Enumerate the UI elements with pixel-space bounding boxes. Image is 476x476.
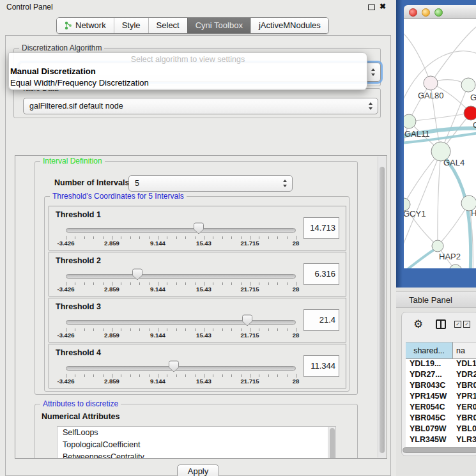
red-node[interactable]: [464, 106, 476, 120]
cell-name[interactable]: YPR1: [453, 392, 476, 403]
checkbox-icon[interactable]: ✓: [454, 321, 461, 328]
scrollbar-thumb[interactable]: [330, 428, 335, 459]
numerical-attributes-label: Numerical Attributes: [42, 412, 119, 421]
cell-shared-name[interactable]: YER054C: [406, 403, 453, 413]
list-scrollbar[interactable]: [328, 427, 335, 459]
slider-thumb[interactable]: [131, 268, 144, 280]
slider-thumb[interactable]: [241, 314, 254, 326]
tick-mark: [167, 282, 167, 285]
close-traffic-light[interactable]: [409, 8, 417, 17]
list-item[interactable]: BetweennessCentrality: [58, 451, 335, 459]
tick-mark: [75, 282, 75, 285]
node-top-right[interactable]: [461, 78, 475, 92]
tick-label: 2.859: [104, 332, 119, 339]
table-row[interactable]: YER054CYER0: [406, 403, 476, 413]
cell-name[interactable]: YDL1: [453, 359, 476, 370]
zoom-traffic-light[interactable]: [434, 8, 443, 17]
GAL11-node[interactable]: [404, 114, 416, 128]
table-row[interactable]: YPR145WYPR1: [406, 392, 476, 403]
table-row[interactable]: YBR043CYBR0: [406, 381, 476, 392]
number-of-intervals-combobox[interactable]: 5: [128, 175, 293, 192]
close-icon[interactable]: ✖: [380, 2, 386, 11]
tick-mark: [185, 282, 186, 285]
threshold-value-field[interactable]: 6.316: [303, 263, 339, 285]
list-item[interactable]: SelfLoops: [58, 427, 335, 439]
menu-item-equal-width-frequency[interactable]: Equal Width/Frequency Discretization: [9, 77, 367, 89]
combo-value: 5: [135, 179, 139, 188]
tick-mark: [222, 374, 223, 377]
slider-track[interactable]: [66, 274, 296, 279]
table-row[interactable]: YBR045CYBR0: [406, 413, 476, 424]
tab-style[interactable]: Style: [114, 18, 148, 33]
network-edge[interactable]: [441, 85, 468, 151]
node-table: shared... na YDL19...YDL1YDR27...YDR2YBR…: [406, 342, 476, 447]
table-hscrollbar[interactable]: [403, 447, 476, 454]
GAL80-node[interactable]: [424, 76, 438, 90]
tab-label: jActiveMNodules: [259, 20, 321, 30]
table-row[interactable]: YLR345WYLR3: [406, 435, 476, 446]
slider-track[interactable]: [66, 228, 296, 233]
threshold-value-field[interactable]: 11.344: [303, 355, 339, 377]
columns-icon[interactable]: [436, 319, 446, 329]
network-edge[interactable]: [409, 113, 471, 121]
cell-shared-name[interactable]: YDL19...: [406, 359, 453, 370]
attributes-list[interactable]: SelfLoopsTopologicalCoefficientBetweenne…: [57, 426, 336, 459]
table-panel: ⚙ ✓ ✓ shared... na YDL19...YDL1YDR27...Y…: [401, 312, 476, 456]
tab-network[interactable]: Network: [57, 18, 114, 33]
column-header-name[interactable]: na: [453, 342, 476, 359]
tick-mark: [121, 374, 121, 377]
cell-shared-name[interactable]: YBR045C: [406, 413, 453, 424]
network-edge[interactable]: [404, 31, 431, 83]
slider-track[interactable]: [66, 320, 296, 325]
tick-mark: [149, 328, 150, 331]
network-window-titlebar[interactable]: [404, 5, 476, 19]
menu-item-manual-discretization[interactable]: Manual Discretization: [9, 66, 367, 77]
table-data-combobox[interactable]: galFiltered.sif default node: [23, 98, 378, 114]
cell-shared-name[interactable]: YDR27...: [406, 370, 453, 381]
cell-name[interactable]: YLR3: [453, 435, 476, 446]
scrollbar-thumb[interactable]: [380, 167, 385, 453]
threshold-value-field[interactable]: 14.713: [303, 217, 339, 239]
tick-mark: [93, 374, 94, 377]
tick-mark: [195, 374, 196, 377]
apply-button[interactable]: Apply: [177, 464, 219, 476]
tick-label: 15.43: [196, 332, 211, 339]
combo-stepper-icon: [371, 68, 376, 76]
slider-track[interactable]: [66, 366, 296, 371]
HAP2-node[interactable]: [432, 240, 443, 252]
cell-name[interactable]: YBR0: [453, 381, 476, 392]
table-panel-title: Table Panel: [409, 295, 452, 305]
threshold-value-field[interactable]: 21.4: [303, 309, 339, 331]
gear-icon[interactable]: ⚙: [413, 318, 423, 331]
network-view[interactable]: GAL80GACGAL11GAL4GCY1HHAP2: [404, 19, 476, 268]
tab-select[interactable]: Select: [148, 18, 187, 33]
cell-shared-name[interactable]: YBR043C: [406, 381, 453, 392]
float-icon[interactable]: [368, 4, 375, 10]
minimize-traffic-light[interactable]: [422, 8, 430, 17]
tick-label: -3.426: [58, 240, 75, 247]
panel-scrollbar[interactable]: [378, 157, 386, 457]
tab-cyni-toolbox[interactable]: Cyni Toolbox: [187, 18, 250, 33]
network-edge[interactable]: [431, 24, 476, 83]
table-row[interactable]: YBL079WYBL0: [406, 424, 476, 435]
table-row[interactable]: YDR27...YDR2: [406, 370, 476, 381]
checkbox-icon[interactable]: ✓: [463, 321, 470, 328]
tick-label: 9.144: [150, 240, 165, 247]
cell-shared-name[interactable]: YLR345W: [406, 435, 453, 446]
tab-jactivemnodules[interactable]: jActiveMNodules: [250, 18, 328, 33]
cell-shared-name[interactable]: YPR145W: [406, 392, 453, 403]
column-header-shared[interactable]: shared...: [406, 342, 453, 359]
cell-name[interactable]: YER0: [453, 403, 476, 413]
slider-thumb[interactable]: [192, 222, 205, 234]
cell-name[interactable]: YBL0: [453, 424, 476, 435]
network-edge-thick[interactable]: [404, 248, 437, 268]
cell-name[interactable]: YDR2: [453, 370, 476, 381]
list-item[interactable]: TopologicalCoefficient: [58, 439, 335, 451]
scrollbar-thumb[interactable]: [403, 447, 476, 453]
slider-thumb[interactable]: [167, 360, 180, 372]
cell-name[interactable]: YBR0: [453, 413, 476, 424]
table-row[interactable]: YDL19...YDL1: [406, 359, 476, 370]
tick-mark: [287, 374, 288, 377]
cell-shared-name[interactable]: YBL079W: [406, 424, 453, 435]
network-edge[interactable]: [438, 151, 441, 246]
